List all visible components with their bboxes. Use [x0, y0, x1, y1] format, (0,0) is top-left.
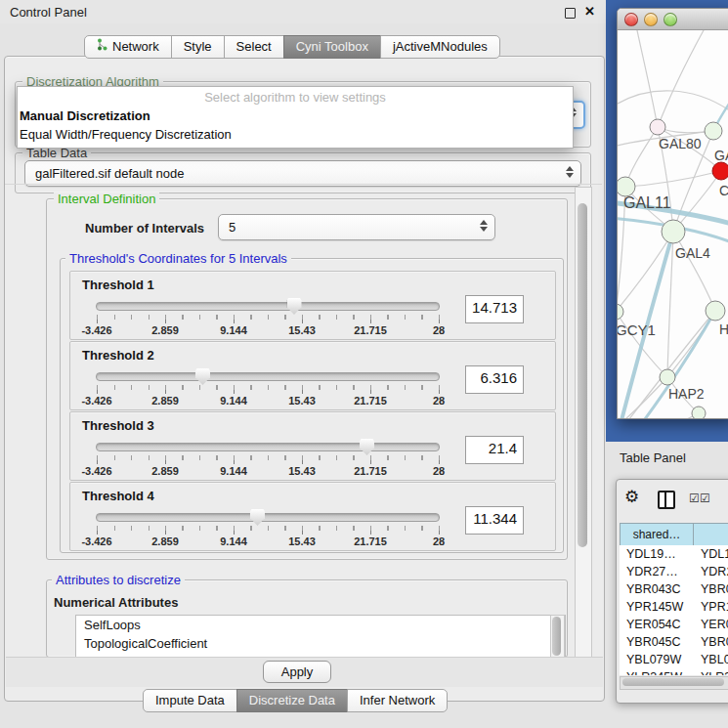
slider-thumb[interactable] [195, 368, 210, 385]
scale-label: 28 [433, 395, 445, 407]
network-node-selected[interactable] [712, 162, 728, 180]
apply-button[interactable]: Apply [263, 661, 331, 683]
checkbox-icon[interactable]: ☑ [689, 492, 699, 505]
threshold-slider[interactable] [96, 513, 440, 522]
table-horizontal-scrollbar[interactable] [620, 676, 728, 690]
zoom-traffic-light-icon[interactable] [664, 13, 677, 26]
network-node[interactable] [650, 119, 665, 135]
table-row[interactable]: YLR345WYLR3 [620, 668, 728, 675]
table-panel-window: ⚙ ☑ ☑ shared… n YDL19…YDL1 YDR27…YDR2 YB… [616, 479, 728, 704]
slider-scale: -3.426 2.859 9.144 15.43 21.715 28 [70, 465, 555, 477]
scale-label: 9.144 [220, 324, 247, 336]
network-node[interactable] [662, 220, 685, 243]
table-row[interactable]: YBR045CYBR0 [620, 633, 728, 651]
cell-name[interactable]: YBR0 [697, 633, 728, 651]
tab-jactivemnodules[interactable]: jActiveMNodules [380, 35, 500, 59]
threshold-value-field[interactable]: 6.316 [465, 365, 524, 394]
cell-name[interactable]: YDL1 [697, 545, 728, 563]
gear-icon[interactable]: ⚙ [624, 487, 639, 507]
network-icon [97, 36, 107, 58]
checkbox-icon[interactable]: ☑ [700, 492, 709, 505]
network-window-titlebar[interactable] [618, 9, 728, 30]
tab-network[interactable]: Network [84, 35, 172, 59]
table-data-combobox[interactable]: galFiltered.sif default node [24, 160, 581, 187]
table-row[interactable]: YBR043CYBR0 [620, 580, 728, 598]
network-node[interactable] [660, 369, 675, 385]
network-node[interactable] [618, 177, 635, 196]
cell-shared-name[interactable]: YDL19… [620, 545, 697, 563]
close-icon[interactable]: ✕ [584, 4, 595, 19]
slider-thumb[interactable] [287, 298, 302, 315]
cell-shared-name[interactable]: YPR145W [620, 598, 697, 616]
scale-label: -3.426 [81, 465, 111, 477]
threshold-slider[interactable] [96, 302, 440, 311]
column-header-shared-name[interactable]: shared… [620, 523, 694, 546]
network-node[interactable] [692, 407, 706, 418]
threshold-slider[interactable] [96, 443, 440, 451]
list-item[interactable]: SelfLoops [76, 616, 565, 634]
cell-name[interactable]: YDR2 [697, 563, 728, 580]
tab-cyni-toolbox[interactable]: Cyni Toolbox [283, 35, 381, 59]
column-view-icon[interactable] [658, 491, 675, 509]
scale-label: 15.43 [288, 465, 316, 477]
cell-shared-name[interactable]: YBR045C [620, 633, 697, 651]
cell-name[interactable]: YER0 [697, 616, 728, 633]
scale-label: 21.715 [354, 465, 387, 477]
right-pane: GAL80 GA C GAL11 GAL4 GCY1 H HAP2 Table … [606, 0, 728, 728]
table-row[interactable]: YER054CYER0 [620, 616, 728, 633]
cell-shared-name[interactable]: YBL079W [620, 651, 697, 668]
scale-label: 9.144 [220, 395, 247, 407]
column-header-name[interactable]: n [693, 523, 728, 546]
node-label: GAL4 [675, 245, 710, 261]
threshold-panel: Threshold 3 -3.426 2.859 9.144 15.43 21.… [69, 411, 556, 481]
minimize-traffic-light-icon[interactable] [644, 13, 658, 26]
network-canvas[interactable]: GAL80 GA C GAL11 GAL4 GCY1 H HAP2 [618, 30, 728, 418]
cell-name[interactable]: YBL0 [697, 651, 728, 668]
slider-thumb[interactable] [360, 439, 374, 455]
table-row[interactable]: YPR145WYPR1 [620, 598, 728, 616]
slider-minor-ticks [97, 455, 440, 460]
tab-infer-network[interactable]: Infer Network [347, 689, 448, 712]
cell-shared-name[interactable]: YLR345W [620, 668, 697, 675]
cell-shared-name[interactable]: YDR27… [620, 563, 697, 580]
network-view-window[interactable]: GAL80 GA C GAL11 GAL4 GCY1 H HAP2 [617, 8, 728, 419]
network-node[interactable] [706, 301, 725, 321]
threshold-slider[interactable] [96, 372, 440, 381]
cell-shared-name[interactable]: YER054C [620, 616, 697, 633]
float-window-icon[interactable] [565, 8, 576, 19]
threshold-value-field[interactable]: 14.713 [465, 295, 524, 323]
network-node[interactable] [705, 122, 722, 140]
cell-name[interactable]: YLR3 [697, 668, 728, 675]
slider-thumb[interactable] [250, 509, 265, 526]
tab-style[interactable]: Style [171, 35, 225, 59]
cell-shared-name[interactable]: YBR043C [620, 580, 697, 598]
tab-select[interactable]: Select [224, 35, 284, 59]
threshold-value-field[interactable]: 21.4 [465, 436, 524, 464]
dropdown-item-equal-width[interactable]: Equal Width/Frequency Discretization [18, 125, 573, 144]
scale-label: 2.859 [151, 324, 179, 336]
list-scrollbar[interactable] [550, 615, 565, 660]
table-row[interactable]: YBL079WYBL0 [620, 651, 728, 668]
network-node[interactable] [618, 304, 623, 320]
list-item[interactable]: TopologicalCoefficient [76, 634, 565, 653]
table-row[interactable]: YDL19…YDL1 [620, 545, 728, 563]
scale-label: 9.144 [220, 535, 247, 547]
close-traffic-light-icon[interactable] [624, 13, 638, 26]
node-label: HAP2 [668, 386, 705, 402]
threshold-value-field[interactable]: 11.344 [465, 506, 524, 535]
scale-label: 28 [433, 324, 445, 336]
num-intervals-combobox[interactable]: 5 [218, 214, 495, 240]
cell-name[interactable]: YPR1 [697, 598, 728, 616]
scale-label: -3.426 [81, 395, 111, 407]
node-label: GCY1 [618, 321, 656, 338]
scale-label: 15.43 [288, 324, 316, 336]
cell-name[interactable]: YBR0 [697, 580, 728, 598]
dropdown-item-manual[interactable]: Manual Discretization [18, 107, 573, 125]
table-panel-titlebar: Table Panel [606, 442, 728, 475]
panel-scrollbar[interactable] [575, 187, 592, 660]
threshold-label: Threshold 1 [82, 278, 154, 292]
tab-discretize-data[interactable]: Discretize Data [236, 689, 348, 712]
tab-impute-data[interactable]: Impute Data [143, 689, 237, 712]
table-row[interactable]: YDR27…YDR2 [620, 563, 728, 580]
scale-label: 9.144 [220, 465, 247, 477]
